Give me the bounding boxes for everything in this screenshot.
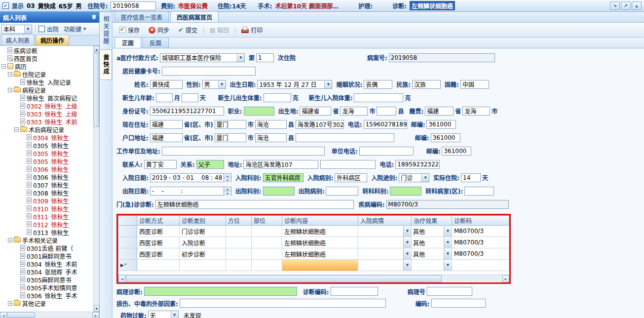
drug-allergy-select[interactable]: 无 ▼ [148, 311, 179, 318]
cell-diagnosis-method[interactable]: 西医诊断 [137, 248, 180, 260]
newborn-birth-weight-field[interactable] [264, 93, 291, 102]
cell-diagnosis-category[interactable] [180, 260, 226, 271]
expand-window-icon[interactable]: ↗ [621, 1, 631, 10]
scroll-track[interactable] [442, 275, 502, 282]
tree-item[interactable]: 0307_徐秋生_ [0, 181, 93, 189]
retrieve-button[interactable]: 取回 [206, 24, 233, 36]
scroll-up-icon[interactable]: ▲ [94, 46, 99, 52]
scroll-down-icon[interactable]: ▼ [94, 305, 99, 312]
occupation-field[interactable] [244, 107, 274, 116]
health-card-field[interactable] [162, 67, 256, 76]
scroll-track[interactable] [36, 312, 92, 318]
workplace-field[interactable] [162, 147, 325, 156]
work-phone-field[interactable] [359, 147, 414, 156]
injury-field[interactable] [180, 299, 386, 308]
tab-record-operations[interactable]: 病历操作 [36, 35, 69, 45]
cell-diagnosis-code[interactable]: M80700/3 [452, 248, 509, 260]
ethnicity-field[interactable]: 汉族 [412, 80, 441, 89]
birth-date-select[interactable]: 1953 年 12 月 27 日 ▼ [257, 80, 332, 89]
admission-condition-select[interactable]: ▼ [358, 226, 412, 237]
admit-date-field[interactable]: 2019 - 03 - 01 08 : 48 [150, 173, 224, 182]
birthplace-county-field[interactable] [377, 107, 396, 116]
tree-item[interactable]: −手术相关记录 [0, 236, 93, 244]
tree-item[interactable]: 0302_徐秋生_上级 [0, 102, 93, 110]
cell-direction[interactable] [226, 260, 252, 271]
tree-item[interactable]: −病历 [0, 62, 93, 70]
tree-expander-icon[interactable]: − [1, 64, 6, 69]
dropdown-arrow-icon[interactable]: ▼ [444, 237, 452, 248]
phone-field[interactable]: 15960278189 [364, 120, 407, 129]
cell-diagnosis-category[interactable]: 门诊诊断 [180, 226, 226, 237]
tree-item[interactable]: 0304_张旭辉_手术 [0, 268, 93, 276]
tree-item[interactable]: 0303_徐秋生_上级 [0, 110, 93, 118]
tree-item[interactable]: 0308_徐秋生_ [0, 189, 93, 197]
tree-item[interactable]: 0312_徐秋生_ [0, 220, 93, 228]
marital-field[interactable]: 丧偶 [364, 80, 392, 89]
dropdown-arrow-icon[interactable]: ▼ [444, 248, 452, 259]
scroll-left-icon[interactable]: ◄ [0, 312, 7, 318]
admission-no-field[interactable]: 2019058 [111, 1, 156, 10]
zip-field[interactable]: 361000 [431, 133, 460, 142]
nationality-field[interactable]: 中国 [460, 80, 489, 89]
tree-item[interactable]: −术后病程记录 [0, 125, 93, 133]
hukou-county-field[interactable]: 海沧 [255, 133, 287, 142]
discharge-ward-field[interactable] [326, 187, 358, 196]
disease-code-field[interactable]: M80700/3 [386, 200, 509, 209]
tab-front-side[interactable]: 正面 [114, 37, 141, 48]
patient-vertical-tab[interactable]: 黄快成 [100, 49, 112, 80]
scroll-thumb[interactable] [94, 53, 99, 127]
tree-item[interactable]: 0305_徐秋生_ [0, 141, 93, 149]
scroll-right-icon[interactable]: ► [92, 312, 99, 318]
cell-body-part[interactable] [252, 260, 282, 271]
tree-item[interactable]: 0306_徐秋生_手术 [0, 291, 93, 299]
contact-address-field[interactable]: 海沧区海发路107 [243, 160, 318, 169]
dropdown-arrow-icon[interactable]: ▼ [403, 237, 411, 248]
newborn-age-day-field[interactable] [182, 93, 198, 102]
current-province-field[interactable]: 福建 [150, 120, 183, 129]
discharge-date-field[interactable]: - - : [150, 187, 224, 196]
contact-field[interactable]: 黄丁安 [144, 160, 177, 169]
dropdown-arrow-icon[interactable]: ▼ [421, 174, 429, 182]
tab-medical-info-overview[interactable]: 医疗信息一览表 [114, 11, 169, 22]
tree-expander-icon[interactable]: − [8, 88, 12, 92]
admission-condition-select[interactable]: ▼ [358, 260, 412, 271]
tab-back-side[interactable]: 反面 [142, 37, 169, 48]
dropdown-arrow-icon[interactable]: ▼ [171, 311, 178, 318]
cell-body-part[interactable] [252, 226, 282, 237]
cell-diagnosis-category[interactable]: 入院诊断 [180, 237, 226, 248]
sex-select[interactable]: 男 ▼ [202, 80, 226, 89]
tab-patient-list[interactable]: 病人列表 [1, 35, 35, 45]
tree-item[interactable]: −住院记录 [0, 70, 93, 78]
table-corner-cell[interactable] [118, 216, 137, 226]
scroll-left-icon[interactable]: ◄ [118, 275, 125, 282]
current-county-field[interactable]: 海沧 [255, 120, 287, 129]
tree-item[interactable]: 0305手术知情同意 [0, 283, 93, 291]
treatment-effect-select[interactable]: 其他▼ [412, 226, 452, 237]
pathology-diagnosis-field[interactable] [144, 287, 297, 296]
tree-item[interactable]: 徐秋生_入院记录 [0, 78, 93, 86]
tab-western-medical-record-front-page[interactable]: 西医病案首页 [170, 11, 219, 22]
tree-item[interactable]: 西医首页 [0, 54, 93, 62]
dropdown-arrow-icon[interactable]: ▼ [403, 248, 411, 259]
department-select[interactable]: 本科 ▼ [1, 25, 32, 34]
cell-body-part[interactable] [252, 248, 282, 260]
tree-item[interactable]: 0310_徐秋生_ [0, 204, 93, 212]
transfer-dept-field[interactable] [390, 187, 421, 196]
cell-diagnosis-code[interactable]: M80700/3 [452, 237, 509, 248]
dropdown-arrow-icon[interactable]: ▼ [444, 226, 452, 237]
cell-diagnosis-content[interactable]: 左颊鳞状细胞癌 [282, 226, 358, 237]
admission-condition-select[interactable]: ▼ [358, 237, 412, 248]
cell-diagnosis-code[interactable] [452, 260, 509, 271]
dropdown-arrow-icon[interactable]: ▼ [324, 80, 332, 88]
newborn-admit-weight-field[interactable] [354, 93, 403, 102]
table-horizontal-scrollbar[interactable]: ◄► [118, 275, 509, 282]
row-selector[interactable] [118, 248, 137, 260]
cell-diagnosis-method[interactable]: 西医诊断 [137, 226, 180, 237]
tree-item[interactable]: 0311_徐秋生_ [0, 212, 93, 220]
tree-expander-icon[interactable]: − [8, 238, 12, 242]
cell-direction[interactable] [226, 248, 252, 260]
admit-route-select[interactable]: 门诊 ▼ [399, 173, 429, 182]
native-city-field[interactable]: 龙海 [462, 107, 490, 116]
print-button[interactable]: 打印 [237, 24, 266, 36]
tree-item[interactable]: 0309_徐秋生_ [0, 197, 93, 204]
